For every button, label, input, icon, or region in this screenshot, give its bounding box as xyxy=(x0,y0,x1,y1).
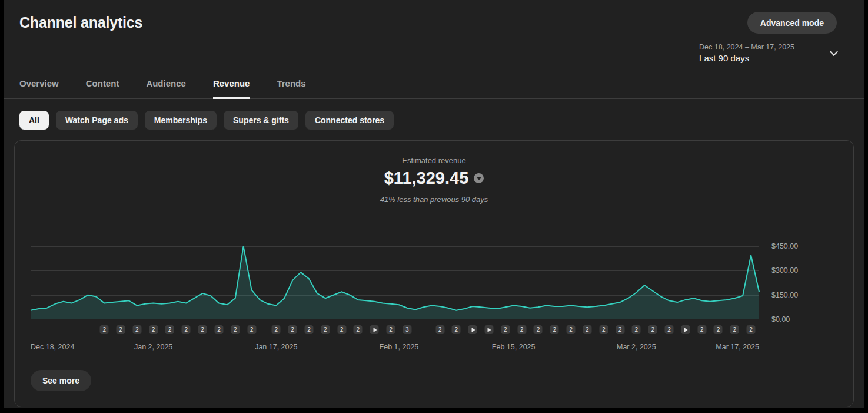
play-icon xyxy=(471,328,475,332)
y-axis-label: $450.00 xyxy=(771,242,798,250)
x-axis-label: Feb 1, 2025 xyxy=(380,343,419,351)
metric-value-row: $11,329.45 xyxy=(384,168,484,188)
analytics-tabs: Overview Content Audience Revenue Trends xyxy=(4,78,864,99)
date-range-preset: Last 90 days xyxy=(699,53,749,63)
x-axis-label: Feb 15, 2025 xyxy=(492,343,536,351)
x-axis-label: Jan 2, 2025 xyxy=(134,343,172,351)
top-bar: Channel analytics Advanced mode Dec 18, … xyxy=(4,0,864,63)
date-range-picker[interactable]: Dec 18, 2024 – Mar 17, 2025 Last 90 days xyxy=(699,43,837,63)
video-publish-marker[interactable]: 2 xyxy=(632,325,641,334)
revenue-card: Estimated revenue $11,329.45 41% less th… xyxy=(14,140,854,407)
chevron-down-icon[interactable] xyxy=(830,48,838,56)
x-axis-label: Dec 18, 2024 xyxy=(31,343,74,351)
video-publish-marker[interactable]: 2 xyxy=(730,325,739,334)
video-publish-marker[interactable]: 2 xyxy=(517,325,526,334)
info-icon[interactable] xyxy=(474,173,484,183)
video-publish-marker[interactable]: 2 xyxy=(117,325,125,334)
video-publish-marker[interactable]: 2 xyxy=(354,325,363,334)
y-axis-label: $0.00 xyxy=(771,315,790,323)
estimated-revenue-metric: Estimated revenue $11,329.45 41% less th… xyxy=(15,141,853,204)
video-publish-marker[interactable]: 2 xyxy=(247,325,256,334)
video-publish-marker[interactable] xyxy=(484,325,493,334)
x-axis: Dec 18, 2024 Jan 2, 2025 Jan 17, 2025 Fe… xyxy=(31,343,759,352)
play-icon xyxy=(684,328,688,332)
tab-revenue[interactable]: Revenue xyxy=(213,78,250,98)
video-publish-marker[interactable]: 2 xyxy=(747,325,756,334)
revenue-line-chart xyxy=(31,246,759,319)
page-title: Channel analytics xyxy=(19,12,142,31)
x-axis-label: Jan 17, 2025 xyxy=(255,343,297,351)
video-markers: 22222222222222222322222222222222222 xyxy=(31,325,759,335)
filter-watch-page-ads[interactable]: Watch Page ads xyxy=(56,111,138,130)
video-publish-marker[interactable] xyxy=(370,325,379,334)
metric-value: $11,329.45 xyxy=(384,168,469,188)
x-axis-label: Mar 17, 2025 xyxy=(716,343,759,351)
video-publish-marker[interactable]: 2 xyxy=(288,325,297,334)
video-publish-marker[interactable]: 2 xyxy=(304,325,313,334)
video-publish-marker[interactable]: 2 xyxy=(132,325,141,334)
tab-overview[interactable]: Overview xyxy=(19,78,59,98)
date-range-text: Dec 18, 2024 – Mar 17, 2025 xyxy=(699,43,794,51)
filter-connected-stores[interactable]: Connected stores xyxy=(305,111,394,130)
x-axis-row: Dec 18, 2024 Jan 2, 2025 Jan 17, 2025 Fe… xyxy=(15,335,853,352)
x-axis-label: Mar 2, 2025 xyxy=(617,343,656,351)
tab-trends[interactable]: Trends xyxy=(277,78,305,98)
video-publish-marker[interactable] xyxy=(681,325,690,334)
y-axis: $450.00 $300.00 $150.00 $0.00 xyxy=(759,246,853,319)
video-publish-marker[interactable]: 2 xyxy=(272,325,281,334)
video-publish-marker[interactable]: 2 xyxy=(149,325,158,334)
video-publish-marker[interactable]: 2 xyxy=(648,325,657,334)
video-publish-marker[interactable]: 2 xyxy=(616,325,624,334)
video-publish-marker[interactable]: 2 xyxy=(214,325,223,334)
video-publish-marker[interactable]: 2 xyxy=(550,325,559,334)
video-publish-marker[interactable]: 2 xyxy=(387,325,395,334)
video-publish-marker[interactable]: 2 xyxy=(534,325,543,334)
y-axis-label: $150.00 xyxy=(771,291,798,299)
advanced-mode-button[interactable]: Advanced mode xyxy=(747,12,837,34)
play-icon xyxy=(373,328,377,332)
filter-supers-gifts[interactable]: Supers & gifts xyxy=(224,111,298,130)
y-axis-label: $300.00 xyxy=(771,266,798,275)
video-publish-marker[interactable]: 2 xyxy=(714,325,723,334)
top-right-controls: Advanced mode Dec 18, 2024 – Mar 17, 202… xyxy=(699,12,837,63)
video-publish-marker[interactable]: 2 xyxy=(182,325,191,334)
play-icon xyxy=(488,328,491,332)
video-publish-marker[interactable]: 2 xyxy=(452,325,461,334)
metric-comparison: 41% less than previous 90 days xyxy=(380,195,488,204)
video-publish-marker[interactable]: 2 xyxy=(599,325,608,334)
video-publish-marker[interactable]: 2 xyxy=(198,325,207,334)
video-publish-marker[interactable]: 2 xyxy=(567,325,576,334)
date-range-texts: Dec 18, 2024 – Mar 17, 2025 Last 90 days xyxy=(699,43,794,63)
video-publish-marker[interactable]: 2 xyxy=(697,325,706,334)
filter-memberships[interactable]: Memberships xyxy=(145,111,217,130)
revenue-chart: $450.00 $300.00 $150.00 $0.00 xyxy=(15,246,853,319)
metric-label: Estimated revenue xyxy=(402,156,465,165)
channel-analytics-page: Channel analytics Advanced mode Dec 18, … xyxy=(4,0,864,408)
tab-content[interactable]: Content xyxy=(86,78,119,98)
video-publish-marker[interactable]: 2 xyxy=(583,325,591,334)
video-markers-row: 22222222222222222322222222222222222 xyxy=(15,319,853,335)
video-publish-marker[interactable]: 2 xyxy=(165,325,174,334)
video-publish-marker[interactable]: 2 xyxy=(435,325,444,334)
video-publish-marker[interactable] xyxy=(468,325,477,334)
video-publish-marker[interactable]: 2 xyxy=(231,325,240,334)
video-publish-marker[interactable]: 2 xyxy=(501,325,510,334)
video-publish-marker[interactable]: 3 xyxy=(403,325,411,334)
video-publish-marker[interactable]: 2 xyxy=(321,325,330,334)
chart-plot-area xyxy=(31,246,759,319)
tab-audience[interactable]: Audience xyxy=(146,78,186,98)
video-publish-marker[interactable]: 2 xyxy=(337,325,346,334)
see-more-button[interactable]: See more xyxy=(31,370,91,391)
revenue-filter-chips: All Watch Page ads Memberships Supers & … xyxy=(4,99,864,140)
filter-all[interactable]: All xyxy=(19,111,49,130)
video-publish-marker[interactable]: 2 xyxy=(100,325,109,334)
video-publish-marker[interactable]: 2 xyxy=(664,325,673,334)
